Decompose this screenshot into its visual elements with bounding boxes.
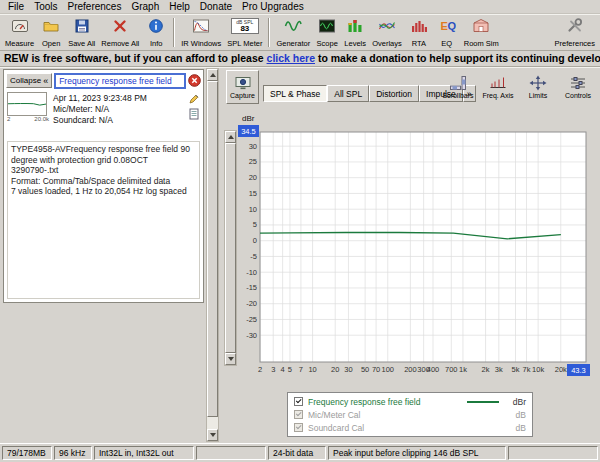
toolbar-label: EQ (441, 39, 452, 48)
toolbar-button-save-all[interactable]: Save All (65, 16, 98, 49)
measurement-thumbnail[interactable]: 2 20.0k (7, 92, 49, 137)
toolbar-button-info[interactable]: Info (142, 16, 170, 49)
measurement-description: TYPE4958-AVFrequency response free field… (7, 141, 200, 299)
y-tick-label: 15 (249, 189, 257, 198)
scroll-down-button[interactable] (225, 353, 236, 365)
thumbnail-chart (8, 93, 46, 115)
capture-button[interactable]: Capture (226, 70, 259, 104)
legend-unit: dBr (504, 397, 526, 407)
description-line: Format: Comma/Tab/Space delimited data (11, 176, 196, 187)
legend-row-soundcard-cal: Soundcard Cal dB (294, 421, 526, 434)
controls-button[interactable]: Controls (559, 70, 597, 104)
limits-button[interactable]: Limits (519, 70, 557, 104)
toolbar-button-eq[interactable]: EQ EQ (433, 16, 461, 49)
menu-preferences[interactable]: Preferences (62, 1, 126, 12)
menu-file[interactable]: File (3, 1, 29, 12)
toolbar-button-room-sim[interactable]: Room Sim (461, 16, 502, 49)
divider (0, 66, 600, 68)
scroll-up-button[interactable] (207, 69, 218, 81)
scroll-down-button[interactable] (207, 429, 218, 441)
sidebar-scrollbar[interactable] (206, 68, 219, 442)
menu-help[interactable]: Help (164, 1, 195, 12)
toolbar-button-levels[interactable]: Levels (341, 16, 369, 49)
toolbar-label: Room Sim (464, 39, 499, 48)
toolbar-label: Levels (344, 39, 366, 48)
measurement-panel: Collapse « Frequency response free field… (3, 69, 204, 303)
preferences-wrench-icon (566, 18, 584, 34)
toolbar-separator (268, 18, 270, 47)
graph-legend: Frequency response free field dBr Mic/Me… (287, 392, 533, 437)
toolbar-button-remove-all[interactable]: Remove All (98, 16, 142, 49)
y-tick-label: -20 (246, 299, 257, 308)
banner-text-prefix: REW is free software, but if you can aff… (4, 52, 267, 64)
eq-icon: EQ (438, 18, 456, 34)
collapse-button[interactable]: Collapse « (6, 73, 52, 88)
tab-distortion[interactable]: Distortion (369, 85, 419, 102)
thumbnail-trace (8, 104, 46, 106)
arrow-up-icon (228, 135, 234, 139)
description-line: TYPE4958-AVFrequency response free field… (11, 144, 196, 155)
toolbar-button-ir-windows[interactable]: IR Windows (178, 16, 224, 49)
y-tick-label: -5 (250, 252, 257, 261)
graph-tools: Scrollbars Freq. Axis Limits Controls (439, 70, 597, 104)
toolbar-label: Preferences (555, 39, 595, 48)
measurement-actions (186, 92, 201, 137)
tab-spl-phase[interactable]: SPL & Phase (263, 85, 327, 102)
spl-phase-chart[interactable]: 302520151050-5-10-15-20-25-3023457102030… (238, 110, 596, 400)
scope-icon (318, 18, 336, 34)
toolbar-button-rta[interactable]: RTA (405, 16, 433, 49)
x-tick-label: 1k (459, 365, 467, 374)
scrollbar-thumb[interactable] (207, 81, 218, 417)
toolbar-button-generator[interactable]: Generator (273, 16, 313, 49)
toolbar-button-overlays[interactable]: Overlays (369, 16, 405, 49)
legend-line-sample (467, 401, 499, 403)
toolbar-label: Scope (317, 39, 338, 48)
toolbar-button-preferences[interactable]: Preferences (552, 16, 598, 49)
toolbar-label: SPL Meter (227, 39, 262, 48)
menu-graph[interactable]: Graph (126, 1, 164, 12)
edit-notes-button[interactable] (188, 93, 200, 105)
x-tick-label: 10 (308, 365, 316, 374)
graph-y-scrollbar[interactable] (224, 130, 237, 366)
pencil-icon (188, 93, 200, 105)
status-memory: 79/178MB (2, 446, 52, 460)
delete-measurement-button[interactable] (188, 74, 201, 87)
toolbar-button-open[interactable]: Open (37, 16, 65, 49)
scrollbars-toggle-button[interactable]: Scrollbars (439, 70, 477, 104)
info-icon (147, 18, 165, 34)
x-tick-label: 700 (445, 365, 458, 374)
levels-icon (346, 18, 364, 34)
notes-button[interactable] (188, 108, 200, 120)
tool-label: Limits (529, 92, 547, 99)
x-tick-label: 70 (372, 365, 380, 374)
x-tick-label: 50 (361, 365, 369, 374)
arrow-up-icon (210, 73, 216, 77)
x-tick-label: 4 (281, 365, 285, 374)
toolbar-label: Measure (5, 39, 34, 48)
tool-label: Freq. Axis (482, 92, 513, 99)
donate-link[interactable]: click here (267, 52, 315, 64)
status-bar: 79/178MB 96 kHz Int32L in, Int32L out 24… (0, 443, 600, 462)
measurement-title-field[interactable]: Frequency response free field (54, 73, 186, 89)
tab-all-spl[interactable]: All SPL (327, 85, 369, 102)
status-io-format: Int32L in, Int32L out (94, 446, 194, 460)
toolbar-button-spl-meter[interactable]: dB SPL 83 SPL Meter (224, 16, 265, 49)
scroll-up-button[interactable] (225, 131, 236, 143)
room-sim-icon (472, 18, 490, 34)
menu-pro-upgrades[interactable]: Pro Upgrades (237, 1, 309, 12)
legend-sample-spacer (467, 427, 499, 429)
toolbar-label: RTA (412, 39, 426, 48)
freq-axis-button[interactable]: Freq. Axis (479, 70, 517, 104)
x-tick-label: 7 (299, 365, 303, 374)
menu-donate[interactable]: Donate (195, 1, 237, 12)
toolbar-button-scope[interactable]: Scope (313, 16, 341, 49)
save-all-icon (73, 18, 91, 34)
toolbar-button-measure[interactable]: Measure (2, 16, 37, 49)
y-tick-label: -25 (246, 315, 257, 324)
menu-tools[interactable]: Tools (29, 1, 62, 12)
measurement-soundcard: Soundcard: N/A (53, 115, 182, 126)
collapse-label: Collapse (10, 76, 41, 85)
scrollbar-thumb[interactable] (225, 143, 236, 353)
measurement-info: Apr 11, 2023 9:23:48 PM Mic/Meter: N/A S… (53, 92, 182, 137)
trace-checkbox[interactable] (294, 397, 303, 406)
